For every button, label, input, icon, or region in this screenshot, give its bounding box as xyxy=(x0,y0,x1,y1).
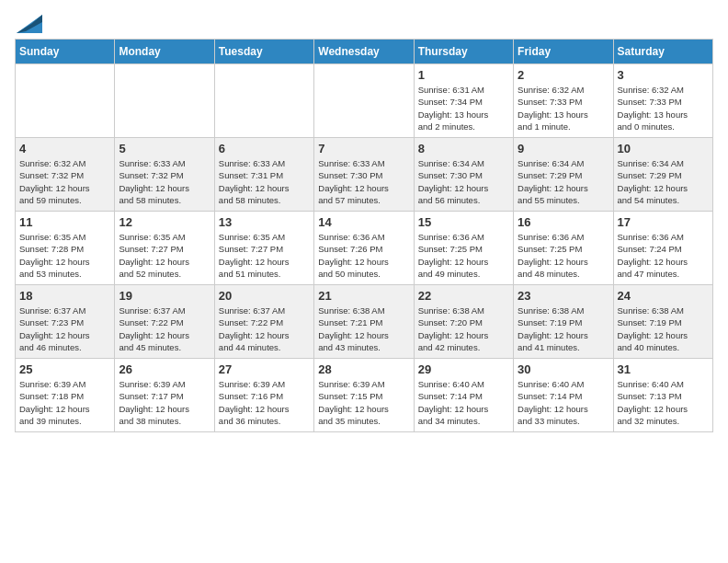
calendar-cell: 10Sunrise: 6:34 AM Sunset: 7:29 PM Dayli… xyxy=(613,138,712,212)
day-info: Sunrise: 6:39 AM Sunset: 7:16 PM Dayligh… xyxy=(219,378,310,427)
calendar-table: SundayMondayTuesdayWednesdayThursdayFrid… xyxy=(15,39,713,432)
day-number: 17 xyxy=(618,215,709,229)
day-number: 9 xyxy=(518,142,609,155)
day-number: 5 xyxy=(119,142,210,155)
calendar-cell: 17Sunrise: 6:36 AM Sunset: 7:24 PM Dayli… xyxy=(613,212,712,285)
day-number: 24 xyxy=(618,289,709,303)
page-header xyxy=(15,15,713,29)
calendar-cell: 2Sunrise: 6:32 AM Sunset: 7:33 PM Daylig… xyxy=(514,64,613,138)
weekday-header: Sunday xyxy=(16,40,115,64)
day-info: Sunrise: 6:32 AM Sunset: 7:33 PM Dayligh… xyxy=(618,84,709,132)
calendar-cell: 22Sunrise: 6:38 AM Sunset: 7:20 PM Dayli… xyxy=(414,285,513,359)
calendar-cell: 26Sunrise: 6:39 AM Sunset: 7:17 PM Dayli… xyxy=(115,359,214,432)
day-number: 25 xyxy=(19,362,110,376)
calendar-cell: 29Sunrise: 6:40 AM Sunset: 7:14 PM Dayli… xyxy=(414,359,513,432)
day-info: Sunrise: 6:38 AM Sunset: 7:20 PM Dayligh… xyxy=(418,304,509,353)
day-info: Sunrise: 6:39 AM Sunset: 7:15 PM Dayligh… xyxy=(318,378,409,427)
day-number: 29 xyxy=(418,362,509,376)
calendar-cell: 18Sunrise: 6:37 AM Sunset: 7:23 PM Dayli… xyxy=(16,285,115,359)
calendar-cell: 11Sunrise: 6:35 AM Sunset: 7:28 PM Dayli… xyxy=(16,212,115,285)
weekday-header: Wednesday xyxy=(314,40,414,64)
day-number: 3 xyxy=(618,68,709,82)
day-info: Sunrise: 6:34 AM Sunset: 7:29 PM Dayligh… xyxy=(518,157,609,206)
day-info: Sunrise: 6:36 AM Sunset: 7:25 PM Dayligh… xyxy=(418,231,509,280)
day-info: Sunrise: 6:31 AM Sunset: 7:34 PM Dayligh… xyxy=(418,84,509,132)
calendar-cell: 19Sunrise: 6:37 AM Sunset: 7:22 PM Dayli… xyxy=(115,285,214,359)
day-info: Sunrise: 6:39 AM Sunset: 7:18 PM Dayligh… xyxy=(19,378,110,427)
calendar-cell: 25Sunrise: 6:39 AM Sunset: 7:18 PM Dayli… xyxy=(16,359,115,432)
day-number: 15 xyxy=(418,215,509,229)
calendar-cell: 5Sunrise: 6:33 AM Sunset: 7:32 PM Daylig… xyxy=(115,138,214,212)
day-info: Sunrise: 6:35 AM Sunset: 7:27 PM Dayligh… xyxy=(219,231,310,280)
calendar-cell: 31Sunrise: 6:40 AM Sunset: 7:13 PM Dayli… xyxy=(613,359,712,432)
calendar-cell: 15Sunrise: 6:36 AM Sunset: 7:25 PM Dayli… xyxy=(414,212,513,285)
weekday-header: Friday xyxy=(514,40,613,64)
day-number: 27 xyxy=(219,362,310,376)
day-number: 11 xyxy=(19,215,110,229)
calendar-cell xyxy=(16,64,115,138)
day-info: Sunrise: 6:33 AM Sunset: 7:31 PM Dayligh… xyxy=(219,157,310,206)
day-number: 30 xyxy=(518,362,609,376)
day-info: Sunrise: 6:33 AM Sunset: 7:32 PM Dayligh… xyxy=(119,157,210,206)
day-number: 1 xyxy=(418,68,509,82)
day-info: Sunrise: 6:36 AM Sunset: 7:24 PM Dayligh… xyxy=(618,231,709,280)
day-number: 4 xyxy=(19,142,110,155)
day-info: Sunrise: 6:38 AM Sunset: 7:19 PM Dayligh… xyxy=(618,304,709,353)
day-info: Sunrise: 6:35 AM Sunset: 7:28 PM Dayligh… xyxy=(19,231,110,280)
day-info: Sunrise: 6:37 AM Sunset: 7:23 PM Dayligh… xyxy=(19,304,110,353)
day-info: Sunrise: 6:35 AM Sunset: 7:27 PM Dayligh… xyxy=(119,231,210,280)
day-info: Sunrise: 6:38 AM Sunset: 7:19 PM Dayligh… xyxy=(518,304,609,353)
day-number: 20 xyxy=(219,289,310,303)
day-number: 16 xyxy=(518,215,609,229)
calendar-cell: 13Sunrise: 6:35 AM Sunset: 7:27 PM Dayli… xyxy=(214,212,313,285)
weekday-header: Saturday xyxy=(613,40,712,64)
day-info: Sunrise: 6:38 AM Sunset: 7:21 PM Dayligh… xyxy=(318,304,409,353)
weekday-header: Monday xyxy=(115,40,214,64)
weekday-header: Thursday xyxy=(414,40,513,64)
day-number: 18 xyxy=(19,289,110,303)
day-info: Sunrise: 6:40 AM Sunset: 7:14 PM Dayligh… xyxy=(418,378,509,427)
calendar-cell: 16Sunrise: 6:36 AM Sunset: 7:25 PM Dayli… xyxy=(514,212,613,285)
day-info: Sunrise: 6:37 AM Sunset: 7:22 PM Dayligh… xyxy=(219,304,310,353)
day-number: 31 xyxy=(618,362,709,376)
day-number: 8 xyxy=(418,142,509,155)
day-info: Sunrise: 6:36 AM Sunset: 7:25 PM Dayligh… xyxy=(518,231,609,280)
calendar-week-row: 18Sunrise: 6:37 AM Sunset: 7:23 PM Dayli… xyxy=(16,285,713,359)
calendar-week-row: 11Sunrise: 6:35 AM Sunset: 7:28 PM Dayli… xyxy=(16,212,713,285)
day-info: Sunrise: 6:34 AM Sunset: 7:30 PM Dayligh… xyxy=(418,157,509,206)
calendar-cell: 23Sunrise: 6:38 AM Sunset: 7:19 PM Dayli… xyxy=(514,285,613,359)
day-info: Sunrise: 6:40 AM Sunset: 7:14 PM Dayligh… xyxy=(518,378,609,427)
day-info: Sunrise: 6:36 AM Sunset: 7:26 PM Dayligh… xyxy=(318,231,409,280)
calendar-cell: 6Sunrise: 6:33 AM Sunset: 7:31 PM Daylig… xyxy=(214,138,313,212)
calendar-cell: 12Sunrise: 6:35 AM Sunset: 7:27 PM Dayli… xyxy=(115,212,214,285)
calendar-cell: 7Sunrise: 6:33 AM Sunset: 7:30 PM Daylig… xyxy=(314,138,414,212)
day-number: 7 xyxy=(318,142,409,155)
calendar-cell: 9Sunrise: 6:34 AM Sunset: 7:29 PM Daylig… xyxy=(514,138,613,212)
calendar-cell: 3Sunrise: 6:32 AM Sunset: 7:33 PM Daylig… xyxy=(613,64,712,138)
calendar-cell: 14Sunrise: 6:36 AM Sunset: 7:26 PM Dayli… xyxy=(314,212,414,285)
calendar-week-row: 4Sunrise: 6:32 AM Sunset: 7:32 PM Daylig… xyxy=(16,138,713,212)
day-number: 22 xyxy=(418,289,509,303)
day-info: Sunrise: 6:32 AM Sunset: 7:33 PM Dayligh… xyxy=(518,84,609,132)
calendar-cell: 4Sunrise: 6:32 AM Sunset: 7:32 PM Daylig… xyxy=(16,138,115,212)
calendar-cell xyxy=(314,64,414,138)
day-number: 14 xyxy=(318,215,409,229)
day-number: 19 xyxy=(119,289,210,303)
weekday-header: Tuesday xyxy=(214,40,313,64)
day-info: Sunrise: 6:39 AM Sunset: 7:17 PM Dayligh… xyxy=(119,378,210,427)
logo-icon xyxy=(17,15,42,33)
calendar-cell xyxy=(115,64,214,138)
day-info: Sunrise: 6:32 AM Sunset: 7:32 PM Dayligh… xyxy=(19,157,110,206)
day-info: Sunrise: 6:37 AM Sunset: 7:22 PM Dayligh… xyxy=(119,304,210,353)
calendar-cell: 28Sunrise: 6:39 AM Sunset: 7:15 PM Dayli… xyxy=(314,359,414,432)
calendar-cell: 21Sunrise: 6:38 AM Sunset: 7:21 PM Dayli… xyxy=(314,285,414,359)
day-info: Sunrise: 6:34 AM Sunset: 7:29 PM Dayligh… xyxy=(618,157,709,206)
day-info: Sunrise: 6:40 AM Sunset: 7:13 PM Dayligh… xyxy=(618,378,709,427)
calendar-cell: 8Sunrise: 6:34 AM Sunset: 7:30 PM Daylig… xyxy=(414,138,513,212)
day-number: 12 xyxy=(119,215,210,229)
day-number: 26 xyxy=(119,362,210,376)
calendar-cell: 1Sunrise: 6:31 AM Sunset: 7:34 PM Daylig… xyxy=(414,64,513,138)
calendar-cell: 24Sunrise: 6:38 AM Sunset: 7:19 PM Dayli… xyxy=(613,285,712,359)
day-number: 28 xyxy=(318,362,409,376)
calendar-cell: 27Sunrise: 6:39 AM Sunset: 7:16 PM Dayli… xyxy=(214,359,313,432)
